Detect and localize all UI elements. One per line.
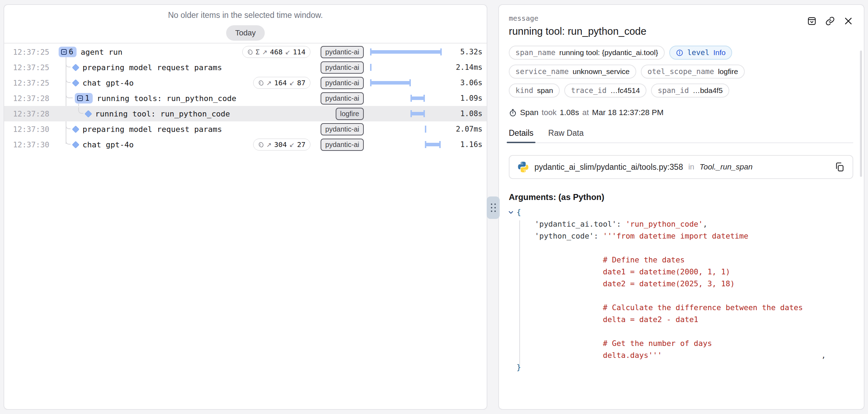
record-kind-label: message	[509, 14, 646, 22]
duration-bar-track	[370, 109, 442, 118]
tab-raw-data[interactable]: Raw Data	[548, 128, 584, 142]
tree-elbow	[66, 76, 71, 83]
trace-row[interactable]: 12:37:25 6 agent run Σ ↗468 ↙114 pydanti…	[4, 44, 487, 60]
trace-rows: 12:37:25 6 agent run Σ ↗468 ↙114 pydanti…	[4, 44, 487, 152]
source-symbol: Tool._run_span	[699, 162, 752, 172]
token-coin-icon	[247, 49, 253, 55]
duration-bar-track	[370, 125, 442, 133]
scrollbar-thumb[interactable]	[860, 51, 862, 177]
span-name: chat gpt-4o	[83, 79, 134, 87]
row-duration: 2.07ms	[450, 125, 482, 133]
span-timing: Span took 1.08s at Mar 18 12:37:28 PM	[509, 108, 853, 117]
attribute-chip[interactable]: otel_scope_namelogfire	[641, 65, 745, 79]
span-name: preparing model request params	[83, 125, 222, 134]
attribute-chip[interactable]: trace_id…fc4514	[564, 84, 646, 98]
duration-bar-track	[370, 79, 442, 87]
scope-badge: pydantic-ai	[321, 123, 364, 135]
arguments-heading: Arguments: (as Python)	[509, 192, 853, 202]
source-path[interactable]: pydantic_ai_slim/pydantic_ai/tools.py:35…	[534, 162, 683, 172]
trace-list-header: No older items in the selected time wind…	[4, 5, 487, 44]
tree-elbow	[66, 138, 71, 145]
arrow-down-left-icon: ↙	[289, 141, 295, 148]
today-button[interactable]: Today	[226, 25, 265, 41]
level-chip[interactable]: levelInfo	[669, 46, 732, 60]
span-name: agent run	[81, 48, 123, 56]
attribute-chip[interactable]: kindspan	[509, 84, 560, 98]
row-timestamp: 12:37:30	[4, 125, 54, 134]
arrow-down-left-icon: ↙	[285, 48, 290, 56]
collapse-badge[interactable]: 6	[59, 47, 77, 57]
duration-bar	[410, 112, 425, 115]
duration-bar-track	[370, 48, 442, 56]
span-name: chat gpt-4o	[83, 140, 134, 149]
span-diamond-icon	[72, 64, 79, 71]
trace-row-selected[interactable]: 12:37:28 running tool: run_python_code l…	[4, 106, 487, 121]
row-duration: 1.08s	[450, 109, 482, 118]
empty-notice: No older items in the selected time wind…	[168, 11, 323, 20]
collapse-chevron-icon[interactable]	[507, 209, 514, 216]
span-name: running tool: run_python_code	[95, 109, 230, 118]
scope-badge: pydantic-ai	[321, 77, 364, 89]
pin-panel-icon[interactable]	[807, 16, 817, 26]
source-in-word: in	[688, 162, 694, 172]
duration-bar	[370, 64, 371, 71]
indent-guide-line	[519, 220, 520, 367]
token-coin-icon	[258, 142, 264, 148]
row-timestamp: 12:37:28	[4, 94, 54, 103]
duration-bar	[425, 126, 426, 133]
sigma-icon: Σ	[256, 48, 259, 56]
panel-resize-handle[interactable]	[487, 196, 500, 219]
duration-bar-track	[370, 63, 442, 72]
span-diamond-icon	[72, 141, 79, 148]
row-duration: 2.14ms	[450, 63, 482, 72]
copy-link-icon[interactable]	[825, 16, 835, 26]
tree-elbow	[66, 123, 71, 129]
scope-badge: logfire	[336, 108, 364, 120]
duration-bar-track	[370, 140, 442, 149]
trace-list-panel: No older items in the selected time wind…	[4, 4, 487, 410]
span-diamond-icon	[72, 125, 79, 133]
collapse-minus-icon	[61, 49, 67, 55]
child-count: 6	[69, 48, 73, 56]
attribute-chip[interactable]: service_nameunknown_service	[509, 65, 636, 79]
collapse-badge[interactable]: 1	[75, 93, 93, 104]
attribute-chip[interactable]: span_namerunning tool: {pydantic_ai.tool…	[509, 46, 665, 60]
row-timestamp: 12:37:30	[4, 140, 54, 149]
token-usage-chip: Σ ↗468 ↙114	[242, 46, 310, 58]
scope-badge: pydantic-ai	[321, 46, 364, 58]
token-coin-icon	[258, 80, 264, 86]
token-usage-chip: ↗304 ↙27	[253, 139, 310, 151]
copy-icon[interactable]	[834, 162, 845, 172]
source-location[interactable]: pydantic_ai_slim/pydantic_ai/tools.py:35…	[509, 155, 853, 179]
tree-elbow	[78, 107, 83, 114]
span-detail-panel: message running tool: run_python_code sp…	[498, 4, 864, 410]
duration-bar	[370, 81, 411, 85]
collapse-minus-icon	[77, 95, 83, 101]
trace-row[interactable]: 12:37:25 preparing model request params …	[4, 60, 487, 75]
grip-dots-icon	[491, 203, 496, 212]
scope-badge: pydantic-ai	[321, 61, 364, 74]
tree-elbow	[66, 61, 71, 67]
duration-bar	[410, 96, 425, 100]
python-icon	[517, 161, 529, 173]
attribute-chip[interactable]: span_id…bda4f5	[651, 84, 729, 98]
arguments-code: { 'pydantic_ai.tool': 'run_python_code',…	[509, 206, 853, 373]
duration-bar	[425, 143, 441, 146]
trace-row[interactable]: 12:37:28 1 running tools: run_python_cod…	[4, 91, 487, 106]
span-name: running tools: run_python_code	[97, 94, 236, 103]
trace-row[interactable]: 12:37:30 preparing model request params …	[4, 121, 487, 137]
row-timestamp: 12:37:25	[4, 79, 54, 87]
trace-row[interactable]: 12:37:25 chat gpt-4o ↗164 ↙87 pydantic-a…	[4, 75, 487, 91]
duration-bar-track	[370, 94, 442, 102]
trace-row[interactable]: 12:37:30 chat gpt-4o ↗304 ↙27 pydantic-a…	[4, 137, 487, 152]
row-timestamp: 12:37:28	[4, 109, 54, 118]
scope-badge: pydantic-ai	[321, 92, 364, 105]
span-detail-title: running tool: run_python_code	[509, 26, 646, 37]
detail-tabs: Details Raw Data	[509, 128, 853, 143]
arrow-up-right-icon: ↗	[262, 48, 268, 56]
row-duration: 1.09s	[450, 94, 482, 102]
tab-details[interactable]: Details	[509, 128, 533, 142]
close-icon[interactable]	[843, 16, 853, 26]
duration-bar	[370, 50, 442, 54]
row-duration: 3.06s	[450, 79, 482, 87]
